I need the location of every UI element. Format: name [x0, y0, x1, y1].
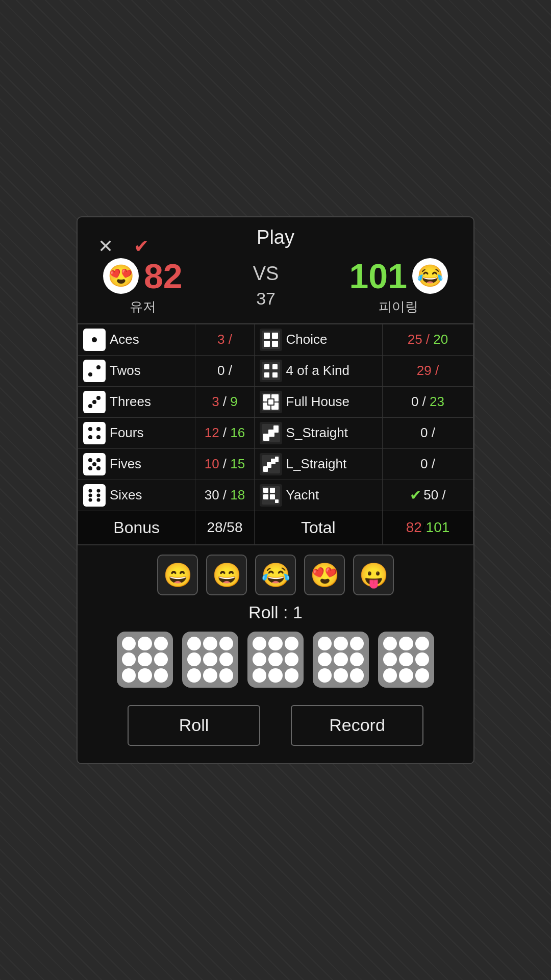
- roll-button[interactable]: Roll: [128, 705, 260, 746]
- full-house-value[interactable]: 0 / 23: [383, 390, 473, 414]
- table-row: Fives 10 / 15: [78, 448, 473, 480]
- svg-rect-55: [270, 488, 275, 493]
- svg-point-28: [96, 427, 101, 431]
- svg-point-29: [88, 435, 92, 439]
- svg-rect-58: [275, 499, 279, 503]
- record-button[interactable]: Record: [291, 705, 423, 746]
- vs-section: VS 37: [253, 263, 279, 309]
- threes-value[interactable]: 3 / 9: [195, 390, 254, 414]
- sixes-value[interactable]: 30 / 18: [195, 483, 254, 507]
- table-row: Threes 3 / 9: [78, 386, 473, 417]
- choice-label: Choice: [255, 324, 382, 355]
- svg-rect-12: [272, 364, 278, 369]
- emoji-btn-5[interactable]: 😛: [353, 555, 394, 595]
- svg-rect-54: [263, 488, 268, 493]
- svg-rect-25: [268, 399, 273, 405]
- svg-rect-11: [264, 364, 269, 369]
- svg-rect-26: [86, 424, 103, 442]
- die-3[interactable]: [247, 632, 304, 688]
- yacht-label: Yacht: [255, 480, 382, 511]
- emoji-btn-2[interactable]: 😄: [206, 555, 247, 595]
- svg-rect-43: [267, 462, 271, 468]
- svg-point-30: [96, 435, 101, 439]
- svg-point-37: [96, 458, 101, 462]
- total-value[interactable]: 82/101: [383, 512, 473, 543]
- roll-label: Roll : 1: [83, 602, 468, 622]
- vs-label: VS: [253, 263, 279, 285]
- svg-rect-44: [271, 459, 276, 464]
- full-house-label: Full House: [255, 387, 382, 417]
- round-number: 37: [256, 289, 276, 309]
- game-container: ✕ ✔ Play 😍 82 유저 VS 37 101 😂 피이링: [77, 216, 474, 764]
- die-2[interactable]: [182, 632, 238, 688]
- player2-section: 101 😂 피이링: [349, 256, 448, 316]
- emoji-btn-3[interactable]: 😂: [255, 555, 296, 595]
- bonus-total-row: Bonus 28/58 Total 82/101: [78, 511, 473, 544]
- s-straight-value[interactable]: 0 /: [383, 421, 473, 445]
- die-1[interactable]: [117, 632, 173, 688]
- emoji-btn-4[interactable]: 😍: [304, 555, 345, 595]
- svg-rect-3: [264, 333, 270, 339]
- svg-point-38: [92, 462, 96, 466]
- player2-avatar: 😂: [412, 258, 448, 294]
- bonus-value[interactable]: 28/58: [195, 512, 254, 543]
- table-row: Aces 3 /: [78, 324, 473, 355]
- aces-value[interactable]: 3 /: [195, 328, 254, 351]
- player1-section: 😍 82 유저: [103, 256, 183, 316]
- table-row: Sixes 30 / 18: [78, 480, 473, 511]
- svg-point-50: [97, 493, 101, 497]
- close-button[interactable]: ✕: [98, 236, 113, 257]
- sixes-label: Sixes: [78, 480, 195, 511]
- svg-rect-57: [270, 494, 275, 499]
- threes-label: Threes: [78, 387, 195, 417]
- twos-label: Twos: [78, 356, 195, 386]
- svg-rect-46: [86, 487, 103, 504]
- svg-point-51: [89, 498, 92, 501]
- bonus-label: Bonus: [78, 511, 195, 544]
- four-of-kind-value[interactable]: 29 /: [383, 359, 473, 383]
- player2-name: 피이링: [379, 298, 418, 316]
- die-4[interactable]: [313, 632, 369, 688]
- svg-point-17: [92, 400, 96, 404]
- svg-rect-56: [263, 494, 268, 499]
- player2-score: 101: [349, 256, 407, 296]
- svg-rect-45: [275, 457, 279, 462]
- svg-point-47: [89, 489, 92, 492]
- svg-point-36: [88, 458, 92, 462]
- die-5[interactable]: [378, 632, 434, 688]
- svg-point-40: [96, 466, 101, 470]
- svg-point-8: [88, 372, 92, 376]
- score-table: Aces 3 /: [78, 324, 473, 545]
- player1-score: 82: [144, 256, 183, 296]
- fours-value[interactable]: 12 / 16: [195, 421, 254, 445]
- svg-point-27: [88, 427, 92, 431]
- svg-rect-7: [86, 362, 103, 380]
- twos-value[interactable]: 0 /: [195, 359, 254, 383]
- svg-rect-6: [272, 341, 278, 347]
- svg-point-52: [97, 498, 101, 501]
- l-straight-label: L_Straight: [255, 449, 382, 480]
- svg-rect-34: [273, 425, 279, 433]
- choice-value[interactable]: 25 / 20: [383, 328, 473, 351]
- aces-label: Aces: [78, 324, 195, 355]
- fives-value[interactable]: 10 / 15: [195, 452, 254, 476]
- svg-point-48: [97, 489, 101, 492]
- s-straight-label: S_Straight: [255, 418, 382, 448]
- action-row: Roll Record: [83, 700, 468, 758]
- four-of-kind-label: 4 of a Kind: [255, 356, 382, 386]
- table-row: Fours 12 / 16: [78, 417, 473, 448]
- emoji-btn-1[interactable]: 😄: [157, 555, 198, 595]
- fives-label: Fives: [78, 449, 195, 480]
- emoji-row: 😄 😄 😂 😍 😛: [83, 555, 468, 595]
- emoji-section: 😄 😄 😂 😍 😛 Roll : 1: [78, 545, 473, 763]
- header: ✕ ✔ Play 😍 82 유저 VS 37 101 😂 피이링: [78, 217, 473, 324]
- total-label: Total: [255, 511, 382, 544]
- svg-rect-13: [264, 372, 269, 378]
- svg-rect-4: [272, 333, 278, 339]
- checkmark-icon: ✔: [134, 236, 149, 257]
- l-straight-value[interactable]: 0 /: [383, 452, 473, 476]
- yacht-value[interactable]: ✔ 50 /: [383, 483, 473, 508]
- svg-point-49: [89, 493, 92, 497]
- svg-point-16: [88, 404, 92, 408]
- svg-point-1: [92, 337, 97, 342]
